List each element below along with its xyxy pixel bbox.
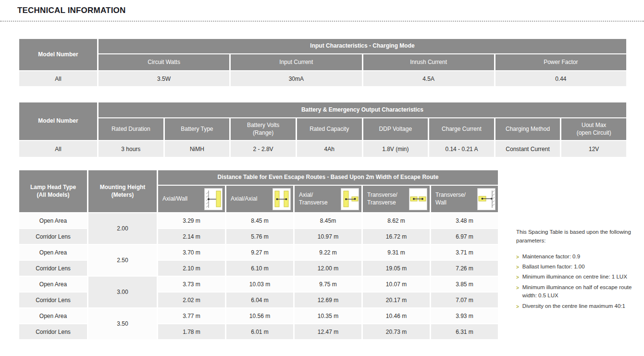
distance-cell: 8.45 m [226,213,293,228]
distance-cell: 12.47 m [295,324,361,339]
distance-cell: 9.27 m [226,245,293,260]
note-item: >Minimum illuminance on half of escape r… [516,283,642,301]
column-header-axial-wall: Axial/Wall [158,186,225,212]
mounting-height-cell: 2.00 [88,213,157,244]
value-cell: 2 - 2.8V [231,141,296,157]
distance-cell: 7.26 m [431,261,498,276]
lamp-head-cell: Corridor Lens [19,261,87,276]
mounting-height-cell: 3.50 [88,308,157,339]
column-header: Battery Type [165,118,230,140]
distance-cell: 16.72 m [363,229,430,244]
table1-group-header: Input Characteristics - Charging Mode [99,39,626,53]
column-header: Battery Volts (Range) [231,118,296,140]
distance-cell: 5.76 m [226,229,293,244]
mounting-height-header: Mounting Height (Meters) [88,170,157,212]
column-header: Charge Current [429,118,494,140]
note-item: >Maintenance factor: 0.9 [516,253,642,261]
model-cell: All [19,141,97,157]
distance-cell: 3.70 m [158,245,225,260]
distance-cell: 9.22 m [295,245,361,260]
distance-cell: 8.62 m [363,213,430,228]
mounting-height-cell: 2.50 [88,245,157,276]
column-header-axial-transverse: Axial/ Transverse [295,186,361,212]
lamp-head-cell: Corridor Lens [19,229,87,244]
distance-cell: 6.97 m [431,229,498,244]
value-cell: 1.8V (min) [363,141,428,157]
distance-cell: 10.97 m [295,229,361,244]
distance-cell: 6.31 m [431,324,498,339]
model-number-header: Model Number [19,102,97,140]
distance-cell: 3.29 m [158,213,225,228]
distance-cell: 20.73 m [363,324,430,339]
column-header: Inrush Current [363,54,494,70]
distance-cell: 10.35 m [295,308,361,323]
value-cell: NiMH [165,141,230,157]
column-header: Circuit Watts [99,54,229,70]
column-header: Charging Method [495,118,560,140]
table2-group-header: Battery & Emergency Output Characteristi… [99,102,626,117]
transverse-transverse-icon [409,188,427,210]
note-item: >Diversity on the centre line maximum 40… [516,302,642,311]
distance-cell: 6.10 m [226,261,293,276]
chevron-bullet-icon: > [516,302,519,311]
note-item: >Ballast lumen factor: 1.00 [516,263,642,271]
column-header: DDP Voltage [363,118,428,140]
distance-cell: 3.48 m [431,213,498,228]
column-header-axial-axial: Axial/Axial [226,186,293,212]
distance-cell: 7.07 m [431,292,498,307]
distance-cell: 19.05 m [363,261,430,276]
distance-cell: 12.00 m [295,261,361,276]
lamp-head-cell: Open Area [19,245,87,260]
divider [0,21,644,22]
table3-group-header: Distance Table for Even Escape Routes - … [158,170,498,185]
value-cell: 4.5A [363,71,494,86]
chevron-bullet-icon: > [516,253,519,261]
distance-cell: 3.73 m [158,277,225,292]
input-characteristics-table: Model Number Input Characteristics - Cha… [19,39,626,86]
page-title: TECHNICAL INFORMATION [0,0,644,15]
chevron-bullet-icon: > [516,263,519,271]
distance-cell: 9.75 m [295,277,361,292]
distance-cell: 6.04 m [226,292,293,307]
column-header: Uout Max (open Circuit) [561,118,626,140]
distance-cell: 2.14 m [158,229,225,244]
spacing-table: Lamp Head Type (All Models) Mounting Hei… [19,170,498,339]
value-cell: 0.44 [495,71,626,86]
column-header: Rated Capacity [297,118,362,140]
battery-output-table: Model Number Battery & Emergency Output … [19,102,626,157]
value-cell: 12V [561,141,626,157]
chevron-bullet-icon: > [516,273,519,281]
lamp-head-cell: Open Area [19,213,87,228]
lamp-head-type-header: Lamp Head Type (All Models) [19,170,87,212]
lamp-head-cell: Corridor Lens [19,292,87,307]
spacing-parameters-note: This Spacing Table is based upon the fol… [516,228,642,339]
distance-cell: 20.17 m [363,292,430,307]
chevron-bullet-icon: > [516,283,519,301]
distance-cell: 3.85 m [431,277,498,292]
column-header: Input Current [231,54,361,70]
mounting-height-cell: 3.00 [88,277,157,307]
value-cell: Constant Current [495,141,560,157]
note-item: >Minimum illuminance on centre line: 1 L… [516,273,642,281]
column-header-transverse-wall: Transverse/ Wall [431,186,498,212]
distance-cell: 3.93 m [431,308,498,323]
value-cell: 4Ah [297,141,362,157]
axial-transverse-icon [341,188,359,210]
distance-cell: 10.03 m [226,277,293,292]
lamp-head-cell: Corridor Lens [19,324,87,339]
model-number-header: Model Number [19,39,97,70]
value-cell: 0.14 - 0.21 A [429,141,494,157]
value-cell: 3.5W [99,71,229,86]
value-cell: 3 hours [99,141,163,157]
column-header-transverse-transverse: Transverse/ Transverse [363,186,430,212]
note-list: >Maintenance factor: 0.9 >Ballast lumen … [516,253,642,311]
distance-cell: 2.02 m [158,292,225,307]
model-cell: All [19,71,97,86]
distance-cell: 6.01 m [226,324,293,339]
lamp-head-cell: Open Area [19,308,87,323]
distance-cell: 8.45m [295,213,361,228]
axial-wall-icon [204,188,223,210]
distance-cell: 10.56 m [226,308,293,323]
lamp-head-cell: Open Area [19,277,87,292]
distance-cell: 2.10 m [158,261,225,276]
